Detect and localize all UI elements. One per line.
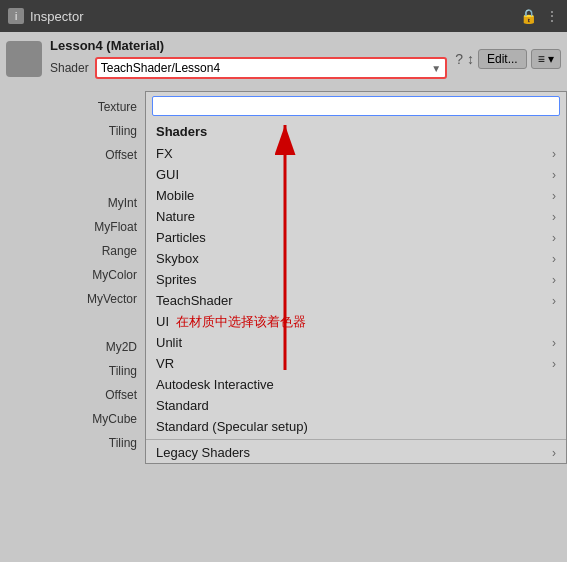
- arrow-right-icon-teachshader: ›: [552, 294, 556, 308]
- shader-item-label-particles: Particles: [156, 230, 206, 245]
- arrow-right-icon-fx: ›: [552, 147, 556, 161]
- shader-row: Shader TeachShader/Lesson4 ▼: [50, 57, 447, 79]
- shader-item-mobile[interactable]: Mobile ›: [146, 185, 566, 206]
- edit-button[interactable]: Edit...: [478, 49, 527, 69]
- dropdown-panel: Shaders FX › GUI › Mobile › Nature ›: [145, 91, 567, 464]
- label-mycolor: MyColor: [0, 263, 145, 287]
- main-content: Texture Tiling Offset MyInt MyFloat Rang…: [0, 91, 567, 464]
- title-bar-title: Inspector: [30, 9, 514, 24]
- shader-item-label-teachshader: TeachShader: [156, 293, 233, 308]
- search-bar: [146, 92, 566, 120]
- shader-item-standard[interactable]: Standard: [146, 395, 566, 416]
- shader-item-label-sprites: Sprites: [156, 272, 196, 287]
- arrow-right-icon-particles: ›: [552, 231, 556, 245]
- shader-item-teachshader[interactable]: TeachShader ›: [146, 290, 566, 311]
- material-header: Lesson4 (Material) Shader TeachShader/Le…: [6, 38, 561, 79]
- inspector-icon: i: [8, 8, 24, 24]
- arrow-right-icon-sprites: ›: [552, 273, 556, 287]
- shader-item-skybox[interactable]: Skybox ›: [146, 248, 566, 269]
- list-button[interactable]: ≡ ▾: [531, 49, 561, 69]
- shader-item-ui[interactable]: UI 在材质中选择该着色器: [146, 311, 566, 332]
- shader-item-label-unlit: Unlit: [156, 335, 182, 350]
- title-bar: i Inspector 🔒 ⋮: [0, 0, 567, 32]
- shader-item-label-nature: Nature: [156, 209, 195, 224]
- label-tiling-1: Tiling: [0, 119, 145, 143]
- annotation-chinese-text: 在材质中选择该着色器: [176, 313, 306, 331]
- shader-item-label-vr: VR: [156, 356, 174, 371]
- label-my2d: My2D: [0, 335, 145, 359]
- arrow-right-icon-unlit: ›: [552, 336, 556, 350]
- label-myfloat: MyFloat: [0, 215, 145, 239]
- shader-item-fx[interactable]: FX ›: [146, 143, 566, 164]
- label-offset-2: Offset: [0, 383, 145, 407]
- lock-button[interactable]: 🔒: [520, 8, 537, 24]
- shader-label: Shader: [50, 61, 89, 75]
- material-preview-icon: [6, 41, 42, 77]
- shader-item-legacy[interactable]: Legacy Shaders ›: [146, 442, 566, 463]
- label-tiling-2: Tiling: [0, 359, 145, 383]
- shader-item-label-autodesk: Autodesk Interactive: [156, 377, 274, 392]
- label-texture: Texture: [0, 95, 145, 119]
- search-input[interactable]: [152, 96, 560, 116]
- shader-item-sprites[interactable]: Sprites ›: [146, 269, 566, 290]
- shader-item-unlit[interactable]: Unlit ›: [146, 332, 566, 353]
- label-tiling-3: Tiling: [0, 431, 145, 455]
- shader-dropdown-value: TeachShader/Lesson4: [101, 61, 220, 75]
- label-range: Range: [0, 239, 145, 263]
- arrow-right-icon-legacy: ›: [552, 446, 556, 460]
- title-bar-actions: 🔒 ⋮: [520, 8, 559, 24]
- shader-item-nature[interactable]: Nature ›: [146, 206, 566, 227]
- shader-item-particles[interactable]: Particles ›: [146, 227, 566, 248]
- arrow-right-icon-gui: ›: [552, 168, 556, 182]
- help-button[interactable]: ?: [455, 51, 463, 67]
- shader-item-standard-specular[interactable]: Standard (Specular setup): [146, 416, 566, 437]
- shader-item-label-standard: Standard: [156, 398, 209, 413]
- left-labels: Texture Tiling Offset MyInt MyFloat Rang…: [0, 91, 145, 464]
- material-name: Lesson4 (Material): [50, 38, 447, 53]
- shader-item-gui[interactable]: GUI ›: [146, 164, 566, 185]
- arrow-right-icon-vr: ›: [552, 357, 556, 371]
- arrow-right-icon-skybox: ›: [552, 252, 556, 266]
- separator: [146, 439, 566, 440]
- shader-item-vr[interactable]: VR ›: [146, 353, 566, 374]
- shader-item-label-gui: GUI: [156, 167, 179, 182]
- shaders-header: Shaders: [146, 120, 566, 143]
- shader-item-label-legacy: Legacy Shaders: [156, 445, 250, 460]
- label-mycube: MyCube: [0, 407, 145, 431]
- shader-item-label-standard-specular: Standard (Specular setup): [156, 419, 308, 434]
- header-actions: ? ↕ Edit... ≡ ▾: [455, 49, 561, 69]
- arrow-right-icon-nature: ›: [552, 210, 556, 224]
- shader-item-autodesk[interactable]: Autodesk Interactive: [146, 374, 566, 395]
- pin-icon[interactable]: ↕: [467, 51, 474, 67]
- label-myvector: MyVector: [0, 287, 145, 311]
- label-gap-2: [0, 311, 145, 335]
- shader-item-label-ui: UI: [156, 314, 169, 329]
- inspector-panel: Lesson4 (Material) Shader TeachShader/Le…: [0, 32, 567, 91]
- label-offset-1: Offset: [0, 143, 145, 167]
- label-gap-1: [0, 167, 145, 191]
- shader-item-label-mobile: Mobile: [156, 188, 194, 203]
- menu-button[interactable]: ⋮: [545, 8, 559, 24]
- material-info: Lesson4 (Material) Shader TeachShader/Le…: [50, 38, 447, 79]
- shader-list: FX › GUI › Mobile › Nature › Particles: [146, 143, 566, 437]
- label-myint: MyInt: [0, 191, 145, 215]
- shader-item-label-skybox: Skybox: [156, 251, 199, 266]
- arrow-right-icon-mobile: ›: [552, 189, 556, 203]
- shader-item-label-fx: FX: [156, 146, 173, 161]
- dropdown-arrow-icon: ▼: [431, 63, 441, 74]
- right-content: Shaders FX › GUI › Mobile › Nature ›: [145, 91, 567, 464]
- shader-dropdown[interactable]: TeachShader/Lesson4 ▼: [95, 57, 447, 79]
